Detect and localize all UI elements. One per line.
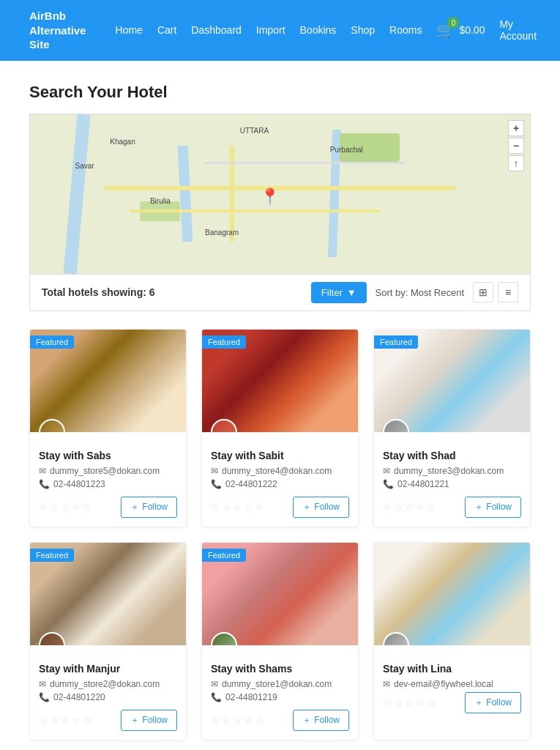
map-zoom-out[interactable]: −: [508, 138, 524, 154]
nav-shop[interactable]: Shop: [351, 24, 375, 36]
star-empty: ☆: [222, 714, 231, 726]
follow-button[interactable]: ＋ Follow: [465, 497, 521, 518]
star-empty: ☆: [416, 697, 425, 708]
hotel-image: [374, 543, 530, 645]
follow-button[interactable]: ＋ Follow: [293, 497, 349, 518]
cart-badge: 0: [447, 17, 459, 29]
hotel-image-wrap: Featured: [30, 330, 186, 432]
map-water-2: [177, 146, 193, 242]
main-nav: Home Cart Dashboard Import Bookins Shop …: [116, 18, 537, 42]
follow-button[interactable]: ＋ Follow: [293, 710, 349, 731]
follow-label: Follow: [314, 502, 340, 512]
follow-button[interactable]: ＋ Follow: [121, 497, 177, 518]
hotel-footer: ☆☆☆☆☆ ＋ Follow: [39, 710, 177, 731]
grid-view-icon[interactable]: ⊞: [473, 282, 493, 302]
follow-button[interactable]: ＋ Follow: [465, 692, 521, 713]
star-empty: ☆: [383, 697, 392, 708]
hotel-card: Stay with Lina ✉ dev-email@flywheel.loca…: [373, 542, 531, 740]
cart-area[interactable]: 🛒 0 $0.00: [436, 21, 485, 39]
featured-badge: Featured: [202, 549, 246, 562]
star-empty: ☆: [255, 501, 264, 513]
map-road-2: [230, 146, 234, 242]
hotel-email: ✉ dummy_store5@dokan.com: [39, 466, 177, 476]
cart-icon-wrap: 🛒 0: [436, 21, 455, 39]
follow-plus-icon: ＋: [474, 501, 483, 513]
star-empty: ☆: [244, 714, 253, 726]
view-toggle: ⊞ ≡: [473, 282, 518, 302]
sort-label: Sort by: Most Recent: [376, 287, 464, 298]
star-empty: ☆: [416, 501, 425, 513]
star-empty: ☆: [211, 714, 220, 726]
hotel-email: ✉ dummy_store4@dokan.com: [211, 466, 349, 476]
hotel-phone: 📞 02-44801221: [383, 479, 521, 489]
hotel-email: ✉ dev-email@flywheel.local: [383, 679, 521, 689]
follow-label: Follow: [486, 502, 512, 512]
map-label-banagram: Banagram: [205, 229, 239, 237]
hotel-stars: ☆☆☆☆☆: [39, 714, 92, 726]
follow-label: Follow: [486, 697, 512, 708]
email-icon: ✉: [39, 466, 46, 476]
nav-dashboard[interactable]: Dashboard: [191, 24, 242, 36]
star-empty: ☆: [211, 501, 220, 513]
cart-price: $0.00: [459, 24, 485, 36]
nav-my-account[interactable]: My Account: [499, 18, 537, 42]
follow-plus-icon: ＋: [474, 697, 483, 709]
star-empty: ☆: [255, 714, 264, 726]
nav-rooms[interactable]: Rooms: [389, 24, 422, 36]
nav-cart[interactable]: Cart: [157, 24, 176, 36]
hotel-stars: ☆☆☆☆☆: [211, 714, 264, 726]
page-title: Search Your Hotel: [29, 83, 531, 102]
star-empty: ☆: [61, 714, 70, 726]
map-road-4: [205, 162, 405, 164]
main-content: Search Your Hotel Savar Purbachal Biruli…: [0, 61, 560, 751]
star-empty: ☆: [83, 714, 92, 726]
map-label-uttara: UTTARA: [240, 127, 269, 135]
hotel-name: Stay with Shams: [211, 663, 349, 675]
nav-import[interactable]: Import: [256, 24, 285, 36]
follow-label: Follow: [142, 502, 168, 512]
follow-label: Follow: [314, 715, 340, 725]
email-icon: ✉: [211, 679, 218, 689]
star-empty: ☆: [50, 501, 59, 513]
hotel-email: ✉ dummy_store1@dokan.com: [211, 679, 349, 689]
map-north[interactable]: ↑: [508, 155, 524, 171]
map-pin: 📍: [260, 188, 280, 207]
hotel-body: Stay with Sabs ✉ dummy_store5@dokan.com …: [30, 432, 186, 527]
nav-home[interactable]: Home: [116, 24, 143, 36]
star-empty: ☆: [61, 501, 70, 513]
star-empty: ☆: [394, 697, 403, 708]
follow-plus-icon: ＋: [130, 714, 139, 727]
star-empty: ☆: [405, 501, 414, 513]
brand: AirBnb Alternative Site: [29, 9, 86, 52]
hotel-image-wrap: [374, 543, 530, 645]
star-empty: ☆: [50, 714, 59, 726]
map-zoom-in[interactable]: +: [508, 120, 524, 136]
star-empty: ☆: [39, 501, 48, 513]
hotel-image-wrap: Featured: [30, 543, 186, 645]
map-road-3: [130, 209, 381, 212]
map-water-1: [63, 114, 90, 274]
list-view-icon[interactable]: ≡: [498, 282, 518, 302]
nav-bookins[interactable]: Bookins: [300, 24, 337, 36]
star-empty: ☆: [72, 501, 81, 513]
hotel-body: Stay with Shad ✉ dummy_store3@dokan.com …: [374, 432, 530, 527]
star-empty: ☆: [427, 697, 436, 708]
map-label-birulia: Birulia: [150, 197, 171, 205]
email-icon: ✉: [383, 679, 390, 689]
star-empty: ☆: [72, 714, 81, 726]
follow-button[interactable]: ＋ Follow: [121, 710, 177, 731]
filter-bar: Total hotels showing: 6 Filter ▼ Sort by…: [29, 275, 531, 311]
hotel-body: Stay with Manjur ✉ dummy_store2@dokan.co…: [30, 645, 186, 740]
hotel-card: Featured Stay with Shad ✉ dummy_store3@d…: [373, 329, 531, 527]
hotel-name: Stay with Shad: [383, 450, 521, 461]
map-container[interactable]: Savar Purbachal Birulia UTTARA Khagan Ba…: [29, 114, 531, 275]
hotel-card: Featured Stay with Sabit ✉ dummy_store4@…: [201, 329, 359, 527]
filter-button[interactable]: Filter ▼: [311, 282, 367, 303]
hotel-stars: ☆☆☆☆☆: [39, 501, 92, 513]
hotel-stars: ☆☆☆☆☆: [211, 501, 264, 513]
star-empty: ☆: [222, 501, 231, 513]
filter-bar-right: Filter ▼ Sort by: Most Recent ⊞ ≡: [311, 282, 518, 303]
hotel-footer: ☆☆☆☆☆ ＋ Follow: [383, 497, 521, 518]
header: AirBnb Alternative Site Home Cart Dashbo…: [0, 0, 560, 61]
hotel-card: Featured Stay with Manjur ✉ dummy_store2…: [29, 542, 187, 740]
